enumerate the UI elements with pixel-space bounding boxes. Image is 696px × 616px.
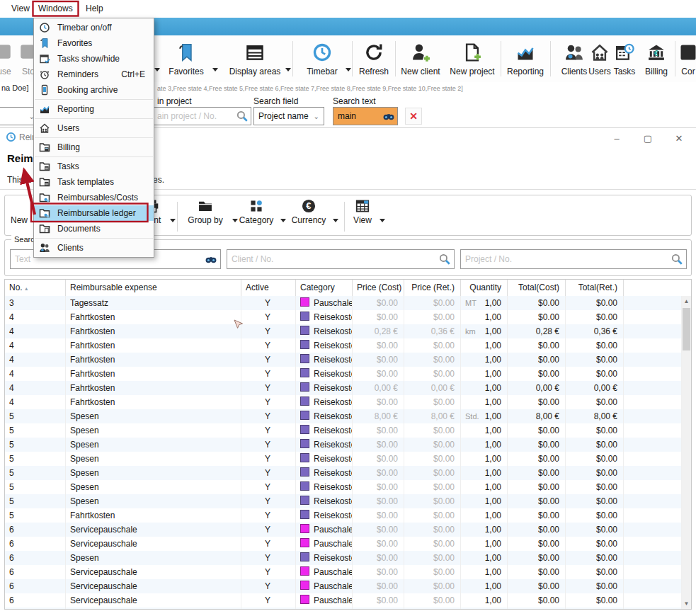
table-row[interactable]: 6ServicepauschaleYPauschalen$0.00$0.001,… [5,593,682,608]
menu-item-booking-archive[interactable]: Booking archive [34,82,154,98]
scroll-down-button[interactable]: ▼ [682,598,691,609]
search-field-select[interactable]: Project name ⌄ [253,107,324,125]
toolbar-button-reporting[interactable]: Reporting [507,67,544,76]
table-row[interactable]: 5SpesenYReisekosten$0.00$0.001,00$0.00$0… [5,494,682,508]
table-header[interactable]: No. ▲Reimbursable expenseActiveCategoryP… [5,280,682,297]
column-header-2[interactable]: Active [241,280,296,296]
table-row[interactable]: 4FahrtkostenYReisekosten$0.00$0.001,00$0… [5,338,682,353]
chevron-down-icon[interactable] [285,68,291,72]
menu-item-reminders[interactable]: RemindersCtrl+E [34,67,154,82]
menu-item-tasks-show-hide[interactable]: Tasks show/hide [34,51,154,67]
total-cell: $0.00 [566,593,624,608]
menu-item-clients[interactable]: Clients [34,240,154,256]
table-row[interactable]: 6ServicepauschaleYPauschalen$0.00$0.001,… [5,565,682,579]
window-toolbar-button-view[interactable]: View [350,215,375,225]
table-row[interactable]: 5SpesenYReisekosten$0.00$0.001,00$0.00$0… [5,423,682,438]
window-toolbar-button-new[interactable]: New [11,215,35,225]
menu-item-documents[interactable]: Documents [34,221,154,236]
price-cell: $0.00 [404,395,461,409]
chevron-down-icon[interactable] [380,219,385,222]
vertical-scrollbar[interactable]: ▲ ▼ [682,296,691,609]
search-input-2[interactable]: Project / No. [460,249,687,269]
toolbar-button-refresh[interactable]: Refresh [359,67,389,76]
toolbar-button-timebar[interactable]: Timebar [307,67,338,76]
search-text-input[interactable]: main [333,107,398,125]
scroll-up-button[interactable]: ▲ [682,296,691,307]
toolbar-button-favorites[interactable]: Favorites [169,67,203,76]
toolbar-button-clients[interactable]: Clients [561,67,588,76]
window-toolbar-button-category[interactable]: Category [236,215,276,225]
toolbar-button-users[interactable]: Users [588,67,610,76]
menu-item-task-templates[interactable]: Task templates [34,174,154,190]
toolbar-button-billing[interactable]: Billing [645,67,668,76]
table-row[interactable]: 6ServicepauschaleYPauschalen45,00 €60,00… [5,608,682,609]
menubar-item-view[interactable]: View [8,3,33,14]
menu-item-users[interactable]: Users [34,120,154,136]
column-header-6[interactable]: Quantity [461,280,508,296]
chevron-down-icon[interactable] [212,68,218,72]
table-row[interactable]: 4FahrtkostenYReisekosten$0.00$0.001,00$0… [5,353,682,367]
menu-item-timebar-on-off[interactable]: Timebar on/off [34,20,154,35]
chevron-down-icon[interactable] [346,68,351,72]
column-header-3[interactable]: Category [296,280,353,296]
toolbar-button-new-client[interactable]: New client [401,67,440,76]
total-cell: $0.00 [566,296,624,310]
menu-item-reimbursable-ledger[interactable]: Reimbursable ledger [34,205,154,221]
chevron-down-icon[interactable] [170,219,176,222]
menu-item-tasks[interactable]: Tasks [34,159,154,174]
toolbar-button-cor[interactable]: Cor [681,67,695,76]
toolbar-button-new-project[interactable]: New project [450,67,494,76]
menubar-item-help[interactable]: Help [83,3,106,14]
menu-item-favorites[interactable]: Favorites [34,35,154,51]
clear-filter-button[interactable]: ✕ [405,108,422,125]
menu-item-reimbursables-costs[interactable]: Reimbursables/Costs [34,190,154,205]
chevron-down-icon[interactable] [333,219,338,222]
table-row[interactable]: 6ServicepauschaleYPauschalen$0.00$0.001,… [5,579,682,593]
maximize-button[interactable]: ▢ [639,132,657,145]
column-header-4[interactable]: Price (Cost) [353,280,404,296]
table-row[interactable]: 5SpesenYReisekosten8,00 €8,00 €Std.1,008… [5,409,682,423]
folder-doc-icon [39,223,50,234]
menu-separator [35,118,153,119]
column-header-8[interactable]: Total(Ret.) [566,280,624,296]
column-header-1[interactable]: Reimbursable expense [66,280,241,296]
table-row[interactable]: 4FahrtkostenYReisekosten$0.00$0.001,00$0… [5,367,682,381]
close-button[interactable]: ✕ [670,132,688,145]
main-project-search-input[interactable]: ain project / No. [152,107,251,125]
table-row[interactable]: 3TagessatzYPauschalen$0.00$0.00MT1,00$0.… [5,296,682,310]
filler-cell [624,296,682,310]
menubar-item-windows[interactable]: Windows [35,3,76,14]
search-input-1[interactable]: Client / No. [227,249,455,269]
table-row[interactable]: 5SpesenYReisekosten$0.00$0.001,00$0.00$0… [5,438,682,452]
minimize-button[interactable]: – [607,132,626,145]
table-row[interactable]: 6ServicepauschaleYPauschalen$0.00$0.001,… [5,537,682,551]
table-row[interactable]: 4FahrtkostenYReisekosten0,00 €0,00 €1,00… [5,381,682,395]
table-row[interactable]: 5FahrtkostenYReisekosten$0.00$0.001,00$0… [5,508,682,523]
column-header-7[interactable]: Total(Cost) [508,280,566,296]
chevron-down-icon[interactable] [154,68,160,72]
table-row[interactable]: 5SpesenYReisekosten$0.00$0.001,00$0.00$0… [5,480,682,494]
window-toolbar-button-currency[interactable]: Currency [288,215,329,225]
table-row[interactable]: 5SpesenYReisekosten$0.00$0.001,00$0.00$0… [5,466,682,480]
table-row[interactable]: 4FahrtkostenYReisekosten$0.00$0.001,00$0… [5,395,682,409]
category-color-swatch [300,425,309,434]
cell: Y [241,367,296,381]
table-row[interactable]: 4FahrtkostenYReisekosten$0.00$0.001,00$0… [5,310,682,324]
table-row[interactable]: 4FahrtkostenYReisekosten0,28 €0,36 €km1,… [5,324,682,338]
toolbar-button-display-areas[interactable]: Display areas [229,67,281,76]
toolbar-button-tasks[interactable]: Tasks [614,67,636,76]
category-cell: Reisekosten [296,452,353,466]
window-toolbar-button-group-by[interactable]: Group by [183,215,228,225]
table-row[interactable]: 6SpesenYReisekosten$0.00$0.001,00$0.00$0… [5,551,682,565]
table-row[interactable]: 5SpesenYReisekosten$0.00$0.001,00$0.00$0… [5,452,682,466]
quantity-cell: 1,00 [461,452,508,466]
menu-item-reporting[interactable]: Reporting [34,101,154,117]
table-row[interactable]: 6ServicepauschaleYPauschalen$0.00$0.001,… [5,523,682,537]
total-cell: $0.00 [566,452,624,466]
chevron-down-icon[interactable] [280,219,286,222]
menu-item-billing[interactable]: Billing [34,139,154,155]
scrollbar-thumb[interactable] [683,308,690,350]
column-header-0[interactable]: No. ▲ [5,280,66,296]
cell: Y [241,324,296,338]
column-header-5[interactable]: Price (Ret.) [404,280,461,296]
